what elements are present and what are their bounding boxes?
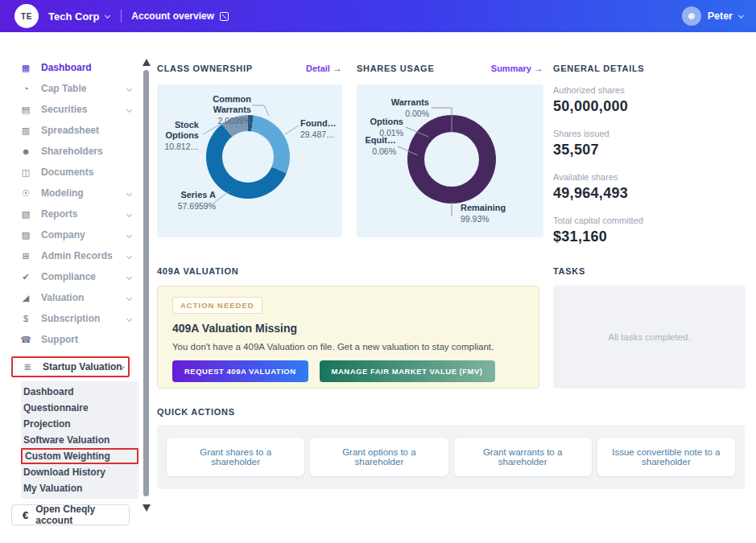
chevron-down-icon bbox=[126, 232, 132, 237]
shares-usage-panel: Warrants 0.00% Options 0.01% Equit… 0.06… bbox=[357, 84, 543, 237]
sidebar-item-label: Company bbox=[41, 229, 85, 241]
donut-label-stock-options: Stock Options 10.812… bbox=[159, 120, 199, 152]
submenu-item-custom-weighting[interactable]: Custom Weighting bbox=[21, 448, 138, 464]
sidebar-item-label: Admin Records bbox=[41, 250, 113, 261]
submenu-item-dashboard[interactable]: Dashboard bbox=[21, 384, 138, 400]
shield-icon: ✔ bbox=[20, 272, 31, 282]
cheqly-logo-icon: € bbox=[23, 509, 28, 521]
submenu-item-my-valuation[interactable]: My Valuation bbox=[21, 480, 138, 496]
headset-icon: ☎ bbox=[20, 335, 31, 345]
scrollbar-up-arrow[interactable] bbox=[143, 59, 151, 66]
app-window: TE Tech Corp Account overview ☻ Peter ▦ … bbox=[0, 0, 756, 543]
sidebar-item-label: Shareholders bbox=[41, 146, 103, 157]
user-avatar[interactable]: ☻ bbox=[682, 6, 701, 26]
chevron-down-icon bbox=[126, 85, 132, 91]
sidebar-item-documents[interactable]: ◫ Documents bbox=[0, 162, 141, 183]
donut-label-options: Options 0.01% bbox=[361, 117, 403, 138]
submenu-item-download-history[interactable]: Download History bbox=[21, 464, 138, 480]
chart-icon: ◢ bbox=[20, 293, 31, 303]
open-cheqly-account-button[interactable]: € Open Cheqly account bbox=[11, 504, 130, 525]
startup-valuation-submenu: Dashboard Questionnaire Projection Softw… bbox=[21, 381, 138, 499]
sidebar-item-valuation[interactable]: ◢ Valuation bbox=[0, 287, 141, 308]
sidebar-item-startup-valuation[interactable]: ≣ Startup Valuation bbox=[11, 356, 130, 377]
detail-available-shares: Available shares 49,964,493 bbox=[553, 171, 746, 202]
manage-fmv-button[interactable]: MANAGE FAIR MARKET VALUE (FMV) bbox=[320, 360, 495, 382]
user-name[interactable]: Peter bbox=[708, 10, 733, 22]
sidebar-item-modeling[interactable]: ☉ Modeling bbox=[0, 183, 141, 204]
sidebar-item-spreadsheet[interactable]: ▥ Spreadsheet bbox=[0, 120, 141, 141]
chevron-down-icon bbox=[126, 211, 132, 216]
sidebar-item-label: Reports bbox=[41, 208, 77, 220]
edit-icon[interactable] bbox=[220, 12, 229, 21]
sidebar-item-company[interactable]: ▨ Company bbox=[0, 224, 141, 245]
chevron-down-icon[interactable] bbox=[105, 12, 110, 18]
action-needed-badge: ACTION NEEDED bbox=[172, 297, 262, 314]
lightbulb-icon: ☉ bbox=[20, 188, 31, 199]
person-icon: ☻ bbox=[20, 146, 31, 156]
document-icon: ≣ bbox=[22, 362, 33, 372]
sidebar-item-label: Documents bbox=[41, 167, 93, 178]
records-icon: ⊞ bbox=[20, 251, 31, 261]
sidebar-item-cap-table[interactable]: ◔ Cap Table bbox=[0, 78, 141, 99]
sidebar-item-admin-records[interactable]: ⊞ Admin Records bbox=[0, 245, 141, 266]
sidebar-item-label: Support bbox=[41, 334, 78, 345]
chevron-down-icon bbox=[126, 315, 132, 321]
sidebar-item-dashboard[interactable]: ▦ Dashboard bbox=[0, 57, 141, 78]
sidebar-item-label: Dashboard bbox=[41, 62, 92, 73]
chevron-down-icon bbox=[126, 294, 132, 300]
submenu-item-projection[interactable]: Projection bbox=[21, 416, 138, 432]
quick-actions-panel: Grant shares to a shareholder Grant opti… bbox=[157, 425, 745, 489]
donut-label-founders: Found… 29.487… bbox=[300, 118, 341, 140]
valuation-missing-heading: 409A Valuation Missing bbox=[172, 322, 524, 335]
tasks-title: TASKS bbox=[553, 266, 585, 276]
folder-icon: ◫ bbox=[20, 167, 31, 178]
page-title: Account overview bbox=[131, 10, 214, 22]
class-ownership-donut-chart[interactable] bbox=[206, 115, 290, 199]
sidebar-item-compliance[interactable]: ✔ Compliance bbox=[0, 266, 141, 287]
detail-shares-issued: Shares issued 35,507 bbox=[553, 128, 746, 158]
issue-convertible-note-card[interactable]: Issue convertible note to a shareholder bbox=[597, 438, 735, 476]
report-icon: ▧ bbox=[20, 209, 31, 220]
shares-usage-donut-chart[interactable] bbox=[407, 115, 496, 204]
valuation-409a-panel: ACTION NEEDED 409A Valuation Missing You… bbox=[157, 286, 539, 389]
class-ownership-title: CLASS OWNERSHIP bbox=[157, 64, 253, 73]
dashboard-icon: ▦ bbox=[20, 63, 31, 73]
submenu-item-questionnaire[interactable]: Questionnaire bbox=[21, 400, 138, 416]
sidebar-item-subscription[interactable]: $ Subscription bbox=[0, 308, 141, 329]
detail-total-capital-committed: Total capital committed $31,160 bbox=[553, 215, 746, 245]
donut-label-equity: Equit… 0.06% bbox=[357, 135, 396, 157]
topbar: TE Tech Corp Account overview ☻ Peter bbox=[0, 0, 756, 32]
valuation-409a-title: 409A VALUATION bbox=[157, 266, 238, 276]
detail-link[interactable]: Detail → bbox=[306, 63, 342, 74]
general-details: Authorized shares 50,000,000 Shares issu… bbox=[553, 84, 746, 258]
sidebar-item-label: Compliance bbox=[41, 271, 96, 282]
grant-options-card[interactable]: Grant options to a shareholder bbox=[310, 438, 448, 476]
summary-link[interactable]: Summary → bbox=[491, 63, 543, 74]
sidebar-item-securities[interactable]: ▤ Securities bbox=[0, 99, 141, 120]
donut-label-warrants: Warrants 0.00% bbox=[379, 97, 429, 119]
valuation-missing-description: You don't have a 409A Valuation on file.… bbox=[172, 342, 524, 352]
sidebar-item-label: Cap Table bbox=[41, 83, 86, 94]
spreadsheet-icon: ▥ bbox=[20, 125, 31, 136]
detail-authorized-shares: Authorized shares 50,000,000 bbox=[553, 84, 746, 115]
submenu-item-software-valuation[interactable]: Software Valuation bbox=[21, 432, 138, 448]
class-ownership-panel: Common Warrants 2.0039% Stock Options 10… bbox=[157, 84, 342, 237]
request-409a-valuation-button[interactable]: REQUEST 409A VALUATION bbox=[172, 360, 308, 382]
scrollbar-down-arrow[interactable] bbox=[143, 504, 151, 512]
grant-warrants-card[interactable]: Grant warrants to a shareholder bbox=[454, 438, 592, 476]
tasks-empty-text: All tasks completed. bbox=[608, 332, 690, 342]
quick-actions-title: QUICK ACTIONS bbox=[157, 407, 235, 417]
sidebar-item-shareholders[interactable]: ☻ Shareholders bbox=[0, 141, 141, 162]
sidebar-item-label: Valuation bbox=[41, 292, 84, 303]
grant-shares-card[interactable]: Grant shares to a shareholder bbox=[167, 438, 304, 476]
shares-usage-title: SHARES USAGE bbox=[357, 64, 434, 73]
sidebar-item-label: Modeling bbox=[41, 187, 84, 199]
sidebar-scrollbar-thumb[interactable] bbox=[143, 70, 149, 496]
sidebar-item-support[interactable]: ☎ Support bbox=[0, 329, 141, 350]
chevron-down-icon bbox=[126, 190, 132, 195]
sidebar-item-reports[interactable]: ▧ Reports bbox=[0, 204, 141, 224]
sidebar-item-label: Securities bbox=[41, 104, 87, 115]
chevron-down-icon[interactable] bbox=[738, 12, 744, 18]
pie-chart-icon: ◔ bbox=[20, 84, 31, 93]
company-logo: TE bbox=[14, 4, 39, 28]
